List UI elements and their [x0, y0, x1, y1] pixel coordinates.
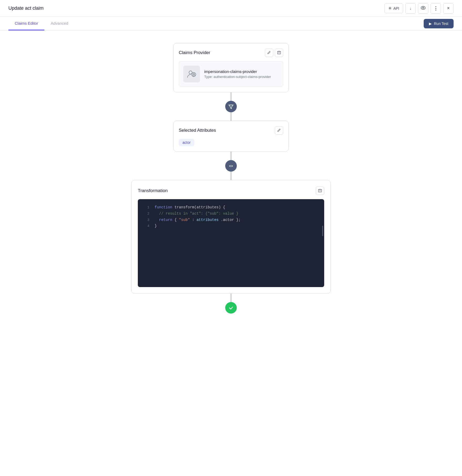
close-icon: × — [447, 6, 450, 11]
svg-point-11 — [195, 75, 195, 76]
code-line-1: 1 function transform(attributes) { — [144, 204, 318, 211]
edit-attributes-icon — [277, 128, 281, 133]
selected-attributes-node: Selected Attributes actor — [173, 121, 289, 152]
filter-connector — [225, 92, 237, 121]
code-line-4: 4 } — [144, 223, 318, 229]
provider-card: impersonation-claims-provider Type: auth… — [179, 61, 283, 87]
scrollbar — [322, 226, 323, 236]
more-button[interactable]: ⋮ — [430, 3, 441, 14]
tabs-bar: Claims Editor Advanced ▶ Run Test — [0, 17, 462, 30]
delete-transformation-button[interactable] — [316, 187, 324, 195]
check-circle[interactable] — [225, 302, 237, 314]
delete-transformation-icon — [318, 189, 322, 193]
download-icon: ↓ — [410, 6, 412, 10]
code-editor-wrapper: 1 function transform(attributes) { 2 // … — [138, 199, 324, 287]
download-button[interactable]: ↓ — [405, 3, 416, 14]
delete-claims-provider-button[interactable] — [275, 49, 283, 57]
edit-attributes-button[interactable] — [275, 126, 283, 135]
svg-rect-2 — [277, 51, 281, 54]
attribute-tag: actor — [179, 139, 194, 146]
close-button[interactable]: × — [443, 3, 454, 14]
code-editor-padding — [144, 229, 318, 282]
selected-attributes-header: Selected Attributes — [179, 126, 283, 135]
connector-line-2 — [231, 112, 231, 121]
api-button[interactable]: ✳ API — [384, 3, 403, 13]
transformation-header: Transformation — [138, 187, 324, 195]
main-content: Claims Provider — [0, 30, 462, 326]
selected-attributes-title: Selected Attributes — [179, 128, 216, 133]
play-icon: ▶ — [429, 22, 432, 26]
connector-line-1 — [231, 92, 231, 101]
code-line-2: 2 // results in "act": {"sub": value } — [144, 211, 318, 217]
attribute-tags: actor — [179, 139, 283, 146]
api-icon: ✳ — [388, 6, 392, 11]
connector-line-3 — [231, 152, 231, 160]
tab-claims-editor[interactable]: Claims Editor — [8, 17, 44, 30]
header-actions: ✳ API ↓ ⋮ × — [384, 3, 454, 14]
edit-icon — [267, 51, 271, 55]
svg-point-9 — [193, 76, 194, 76]
svg-point-10 — [192, 75, 193, 76]
delete-icon — [277, 51, 281, 55]
more-icon: ⋮ — [433, 6, 438, 11]
selected-attributes-actions — [275, 126, 283, 135]
svg-point-1 — [423, 7, 424, 9]
app-header: Update act claim ✳ API ↓ ⋮ × — [0, 0, 462, 17]
provider-icon — [183, 66, 200, 82]
svg-point-8 — [193, 73, 195, 75]
code-line-3: 3 return { "sub" : attributes .actor }; — [144, 217, 318, 223]
code-connector: <> — [225, 152, 237, 180]
svg-point-0 — [421, 6, 425, 9]
edit-claims-provider-button[interactable] — [265, 49, 273, 57]
tabs: Claims Editor Advanced — [8, 17, 75, 30]
filter-circle[interactable] — [225, 101, 237, 112]
preview-button[interactable] — [418, 3, 428, 14]
transformation-title: Transformation — [138, 188, 168, 193]
code-circle[interactable]: <> — [225, 160, 237, 172]
claims-provider-header: Claims Provider — [179, 49, 283, 57]
provider-type: Type: authentication-subject-claims-prov… — [204, 75, 271, 79]
page-title: Update act claim — [8, 6, 44, 11]
run-test-button[interactable]: ▶ Run Test — [424, 19, 454, 28]
connector-line-5 — [231, 294, 231, 302]
claims-provider-actions — [265, 49, 283, 57]
claims-provider-title: Claims Provider — [179, 50, 210, 55]
tab-advanced[interactable]: Advanced — [44, 17, 75, 30]
code-editor[interactable]: 1 function transform(attributes) { 2 // … — [138, 199, 324, 287]
claims-provider-node: Claims Provider — [173, 43, 289, 92]
connector-line-4 — [231, 172, 231, 180]
transformation-actions — [316, 187, 324, 195]
transformation-node: Transformation — [131, 180, 331, 294]
eye-icon — [421, 6, 426, 10]
provider-info: impersonation-claims-provider Type: auth… — [204, 69, 271, 79]
provider-name: impersonation-claims-provider — [204, 69, 271, 74]
check-connector — [225, 294, 237, 314]
svg-rect-12 — [318, 189, 322, 192]
